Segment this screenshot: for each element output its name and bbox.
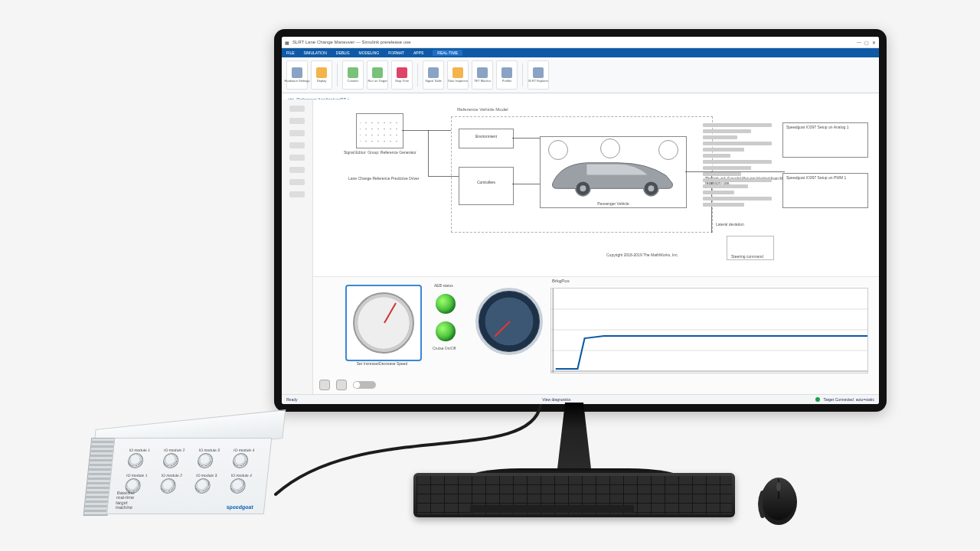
hw-front-face: IO module 1 IO module 2 IO module 3 IO m… — [106, 438, 273, 514]
io-port: IO module 3 — [190, 473, 222, 494]
tab-format[interactable]: FORMAT — [388, 51, 404, 55]
block-palette — [282, 99, 313, 395]
status-dot-icon — [815, 397, 820, 402]
knob-dial-icon — [353, 292, 414, 354]
io-port: IO module 2 — [158, 448, 190, 468]
signal-inspector-panel — [703, 121, 772, 274]
hardware-settings-button[interactable]: Hardware Settings — [286, 60, 308, 90]
io-port-grid: IO module 1 IO module 2 IO module 3 IO m… — [120, 448, 260, 491]
window-title-bar: ▦ SLRT Lane Change Maneuver — Simulink p… — [282, 37, 879, 48]
deploy-button[interactable]: Deploy — [311, 60, 332, 90]
tab-simulation[interactable]: SIMULATION — [304, 51, 327, 55]
stop-time-button[interactable]: Stop Time — [391, 60, 413, 90]
palette-item[interactable] — [289, 179, 305, 185]
tab-debug[interactable]: DEBUG — [336, 51, 350, 55]
m12-connector-icon — [197, 453, 214, 468]
aeb-status-led — [436, 294, 456, 314]
toggle-switch[interactable] — [353, 381, 376, 389]
tab-modeling[interactable]: MODELING — [359, 51, 380, 55]
controllers-block[interactable]: Controllers — [459, 167, 514, 205]
ribbon-tabs: FILE SIMULATION DEBUG MODELING FORMAT AP… — [282, 48, 879, 57]
signal-editor-label: Signal Editor: Group: Reference Generato… — [344, 150, 420, 155]
explorer-button[interactable]: SLRT Explorer — [528, 60, 549, 90]
knob-control[interactable] — [345, 285, 422, 361]
keyboard — [413, 473, 735, 517]
svg-point-11 — [776, 482, 781, 491]
mini-gauge-icon — [600, 139, 620, 158]
separator — [337, 64, 338, 86]
m12-connector-icon — [162, 453, 179, 468]
run-on-target-button[interactable]: Run on Target — [367, 60, 388, 90]
profiler-button[interactable]: Profiler — [496, 60, 518, 90]
io-port: IO module 4 — [224, 473, 256, 494]
minimize-icon[interactable]: — — [857, 40, 861, 44]
tet-monitor-button[interactable]: TET Monitor — [472, 60, 493, 90]
palette-item[interactable] — [289, 155, 305, 161]
svg-point-3 — [648, 185, 654, 191]
environment-block[interactable]: Environment — [459, 129, 514, 148]
io-block-pwm[interactable]: Speedgoat IO397 Setup on PWM 1 — [782, 173, 868, 208]
plot-label: BrkgPos — [552, 279, 570, 283]
control-button[interactable] — [319, 380, 330, 390]
data-inspector-button[interactable]: Data Inspector — [447, 60, 469, 90]
connect-button[interactable]: Connect — [342, 60, 364, 90]
tab-apps[interactable]: APPS — [413, 51, 423, 55]
m12-connector-icon — [232, 453, 249, 468]
knob-label: Set Increase/Decrease Speed — [345, 361, 419, 366]
palette-item[interactable] — [289, 167, 305, 173]
palette-item[interactable] — [289, 191, 305, 197]
signal-wire — [428, 176, 459, 177]
signal-wire — [512, 184, 540, 184]
control-button[interactable] — [336, 380, 347, 390]
predictive-driver-label: Lane Change Reference Predictive Driver — [348, 176, 433, 181]
signal-wire — [428, 130, 429, 176]
hw-model-label: Baseline real-time target machine — [115, 491, 135, 510]
keyboard-keys — [416, 476, 732, 514]
maximize-icon[interactable]: ▢ — [864, 40, 869, 45]
mouse — [756, 468, 801, 527]
m12-connector-icon — [194, 478, 211, 494]
dashboard-panel: Set Increase/Decrease Speed AEB status C… — [313, 276, 879, 395]
m12-connector-icon — [159, 478, 176, 494]
io-port: IO module 1 — [122, 448, 155, 468]
io-port: IO module 4 — [227, 448, 260, 468]
signal-table-button[interactable]: Signal Table — [423, 60, 444, 90]
speed-gauge — [475, 288, 543, 355]
status-left: Ready — [286, 397, 297, 402]
signal-editor-block[interactable] — [356, 113, 403, 148]
led-top-label: AEB status — [434, 283, 453, 288]
hw-body: IO module 1 IO module 2 IO module 3 IO m… — [83, 438, 273, 514]
toolstrip: Hardware Settings Deploy Connect Run on … — [282, 57, 879, 93]
io-block-analog[interactable]: Speedgoat IO397 Setup on Analog 1 — [782, 122, 868, 158]
app-icon: ▦ — [285, 40, 289, 45]
io-port: IO module 3 — [192, 448, 224, 468]
mini-gauge-icon — [548, 140, 568, 160]
vehicle-block[interactable]: Passenger Vehicle — [540, 136, 687, 208]
led-bottom-label: Cruise On/Off — [433, 346, 456, 350]
model-canvas[interactable]: Signal Editor: Group: Reference Generato… — [313, 99, 879, 395]
monitor-bezel: ▦ SLRT Lane Change Maneuver — Simulink p… — [274, 29, 887, 412]
hw-brand-label: speedgoat — [226, 504, 253, 510]
separator — [417, 64, 418, 86]
status-center[interactable]: View diagnostics — [542, 397, 570, 402]
tab-real-time[interactable]: REAL-TIME — [433, 50, 462, 56]
document-title: SLRT Lane Change Maneuver — Simulink pre… — [292, 40, 854, 44]
m12-connector-icon — [127, 453, 144, 468]
screen: ▦ SLRT Lane Change Maneuver — Simulink p… — [282, 37, 879, 404]
bottom-controls — [319, 380, 376, 390]
tab-file[interactable]: FILE — [286, 51, 295, 55]
palette-item[interactable] — [289, 118, 305, 124]
monitor-neck — [544, 403, 605, 471]
separator — [522, 64, 523, 86]
palette-item[interactable] — [289, 142, 305, 148]
mini-gauge-icon — [658, 140, 678, 160]
subsystem-frame-label: Reference Vehicle Model — [457, 107, 508, 112]
palette-item[interactable] — [289, 130, 305, 136]
svg-point-1 — [580, 185, 586, 191]
close-icon[interactable]: ✕ — [872, 40, 876, 45]
vehicle-block-label: Passenger Vehicle — [541, 201, 686, 206]
io-port: IO module 2 — [155, 473, 187, 494]
signal-wire — [512, 138, 540, 139]
m12-connector-icon — [229, 478, 246, 494]
palette-item[interactable] — [289, 106, 305, 112]
